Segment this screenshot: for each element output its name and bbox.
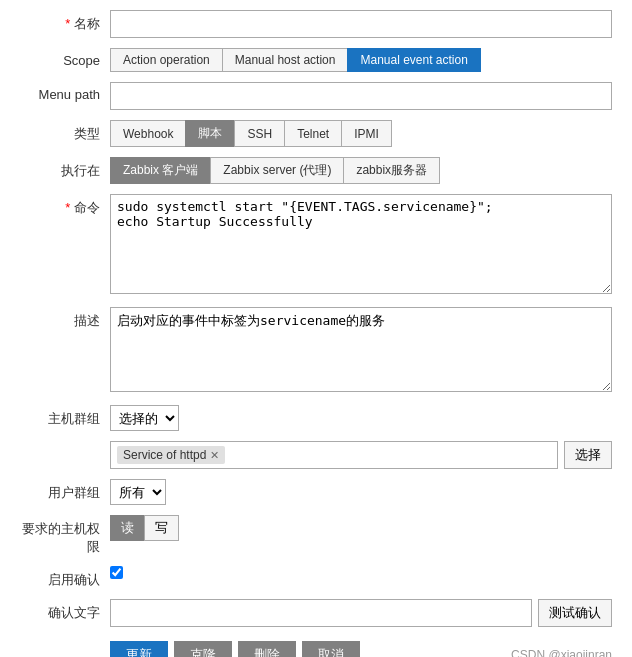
confirm-text-input[interactable]: 确认执行? — [110, 599, 532, 627]
menu-path-label: Menu path — [20, 82, 110, 102]
enable-confirm-label: 启用确认 — [20, 566, 110, 589]
hostgroup-tag-field: Service of httpd ✕ 选择 — [110, 441, 612, 469]
desc-field: 启动对应的事件中标签为servicename的服务 — [110, 307, 612, 395]
menu-path-field: 故障自愈 — [110, 82, 612, 110]
exec-zabbix-server-proxy[interactable]: Zabbix server (代理) — [210, 157, 343, 184]
enable-confirm-row — [110, 566, 612, 579]
command-textarea[interactable]: sudo systemctl start "{EVENT.TAGS.servic… — [110, 194, 612, 294]
type-telnet[interactable]: Telnet — [284, 120, 341, 147]
tag-close-icon[interactable]: ✕ — [210, 449, 219, 462]
type-label: 类型 — [20, 120, 110, 143]
name-label: * 名称 — [20, 10, 110, 33]
scope-manual-host-action[interactable]: Manual host action — [222, 48, 348, 72]
usergroup-field: 所有 — [110, 479, 612, 505]
hostgroup-tag-label — [20, 441, 110, 446]
perm-write-btn[interactable]: 写 — [144, 515, 179, 541]
scope-buttons: Action operation Manual host action Manu… — [110, 48, 612, 72]
menu-path-input[interactable]: 故障自愈 — [110, 82, 612, 110]
action-buttons: 更新 克隆 删除 取消 CSDN @xiaojinran — [20, 641, 612, 657]
test-confirm-button[interactable]: 测试确认 — [538, 599, 612, 627]
hostgroup-select[interactable]: 选择的 — [110, 405, 179, 431]
type-script[interactable]: 脚本 — [185, 120, 234, 147]
exec-label: 执行在 — [20, 157, 110, 180]
type-buttons: Webhook 脚本 SSH Telnet IPMI — [110, 120, 612, 147]
scope-label: Scope — [20, 48, 110, 68]
enable-confirm-checkbox[interactable] — [110, 566, 123, 579]
watermark: CSDN @xiaojinran — [511, 648, 612, 657]
cancel-button[interactable]: 取消 — [302, 641, 360, 657]
tag-label: Service of httpd — [123, 448, 206, 462]
permission-field: 读 写 — [110, 515, 612, 541]
delete-button[interactable]: 删除 — [238, 641, 296, 657]
confirm-text-row: 确认执行? 测试确认 — [110, 599, 612, 627]
permission-buttons: 读 写 — [110, 515, 612, 541]
hostgroup-field: 选择的 — [110, 405, 612, 431]
usergroup-select[interactable]: 所有 — [110, 479, 166, 505]
scope-field: Action operation Manual host action Manu… — [110, 48, 612, 72]
exec-buttons: Zabbix 客户端 Zabbix server (代理) zabbix服务器 — [110, 157, 612, 184]
hostgroup-label: 主机群组 — [20, 405, 110, 428]
hostgroup-select-button[interactable]: 选择 — [564, 441, 612, 469]
enable-confirm-field — [110, 566, 612, 579]
exec-field: Zabbix 客户端 Zabbix server (代理) zabbix服务器 — [110, 157, 612, 184]
name-input[interactable]: 启动服务 — [110, 10, 612, 38]
perm-read-btn[interactable]: 读 — [110, 515, 144, 541]
scope-action-operation[interactable]: Action operation — [110, 48, 222, 72]
hostgroup-tag: Service of httpd ✕ — [117, 446, 225, 464]
desc-label: 描述 — [20, 307, 110, 330]
type-ipmi[interactable]: IPMI — [341, 120, 392, 147]
clone-button[interactable]: 克隆 — [174, 641, 232, 657]
type-ssh[interactable]: SSH — [234, 120, 284, 147]
confirm-text-label: 确认文字 — [20, 599, 110, 622]
command-label: * 命令 — [20, 194, 110, 217]
usergroup-label: 用户群组 — [20, 479, 110, 502]
command-field: sudo systemctl start "{EVENT.TAGS.servic… — [110, 194, 612, 297]
desc-textarea[interactable]: 启动对应的事件中标签为servicename的服务 — [110, 307, 612, 392]
type-field: Webhook 脚本 SSH Telnet IPMI — [110, 120, 612, 147]
name-field: 启动服务 — [110, 10, 612, 38]
confirm-text-field: 确认执行? 测试确认 — [110, 599, 612, 627]
scope-manual-event-action[interactable]: Manual event action — [347, 48, 480, 72]
exec-zabbix-client[interactable]: Zabbix 客户端 — [110, 157, 210, 184]
permission-label: 要求的主机权限 — [20, 515, 110, 556]
hostgroup-row: 选择的 — [110, 405, 612, 431]
tag-input-area: Service of httpd ✕ — [110, 441, 558, 469]
type-webhook[interactable]: Webhook — [110, 120, 185, 147]
update-button[interactable]: 更新 — [110, 641, 168, 657]
exec-zabbix-server[interactable]: zabbix服务器 — [343, 157, 440, 184]
